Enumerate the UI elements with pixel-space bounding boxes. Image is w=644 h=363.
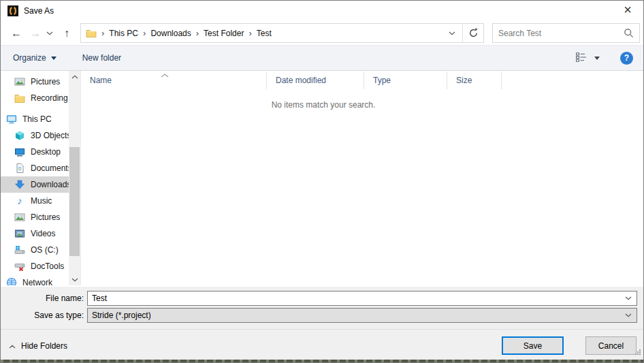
save-button[interactable]: Save — [502, 336, 564, 355]
picture-icon — [14, 76, 25, 87]
monitor-icon — [6, 114, 17, 125]
sidebar-item-pictures[interactable]: Pictures — [1, 209, 69, 225]
column-header-size[interactable]: Size — [447, 72, 502, 89]
save-as-type-chevron-icon[interactable] — [620, 313, 637, 317]
search-box[interactable] — [492, 23, 640, 43]
cancel-button[interactable]: Cancel — [585, 336, 637, 355]
sidebar-item-label: DocTools — [31, 262, 64, 271]
breadcrumb-segment-this-pc[interactable]: This PC — [109, 29, 138, 38]
resize-grip-icon[interactable] — [634, 348, 641, 358]
sidebar-item-downloads[interactable]: Downloads — [1, 176, 69, 193]
drive-error-icon — [14, 261, 25, 272]
empty-message: No items match your search. — [81, 100, 566, 110]
save-as-type-select[interactable]: Stride (*.project) — [87, 308, 637, 323]
back-arrow-icon[interactable]: ← — [9, 27, 24, 40]
scrollbar-thumb[interactable] — [69, 147, 80, 256]
network-icon — [6, 277, 17, 285]
file-list: NameDate modifiedTypeSize No items match… — [80, 71, 643, 285]
save-as-type-value: Stride (*.project) — [88, 311, 620, 320]
file-name-combo[interactable] — [87, 291, 637, 306]
sidebar-item-label: Music — [31, 196, 52, 206]
folder-icon — [86, 29, 97, 38]
sidebar-item-label: This PC — [22, 114, 52, 124]
dialog-body: PicturesRecordingThis PC3D ObjectsDeskto… — [1, 71, 643, 285]
sidebar-item-3d-objects[interactable]: 3D Objects — [1, 127, 69, 144]
breadcrumb-segment-downloads[interactable]: Downloads — [150, 29, 191, 38]
sidebar-item-label: Downloads — [31, 180, 69, 189]
background-app-strip — [1, 360, 643, 362]
column-header-name[interactable]: Name — [81, 72, 267, 89]
navigation-bar: ← → ↑ ›This PC›Downloads›Test Folder›Tes… — [1, 21, 643, 46]
search-icon[interactable] — [624, 28, 634, 38]
sidebar-item-label: Desktop — [31, 147, 61, 157]
sidebar-item-label: Pictures — [31, 77, 60, 86]
breadcrumb: ›This PC›Downloads›Test Folder›Test — [97, 28, 272, 38]
change-view-button[interactable] — [576, 52, 600, 64]
sidebar-item-label: Documents — [31, 163, 69, 173]
up-arrow-icon[interactable]: ↑ — [59, 27, 74, 40]
sidebar-item-label: Recording — [31, 93, 68, 103]
stride-logo-icon — [7, 5, 18, 16]
desktop-icon — [14, 146, 25, 157]
sidebar-item-recording[interactable]: Recording — [1, 90, 69, 106]
sidebar-item-label: 3D Objects — [31, 131, 69, 140]
sidebar-item-label: OS (C:) — [31, 245, 59, 255]
save-as-type-label: Save as type: — [1, 308, 84, 323]
hide-folders-button[interactable]: Hide Folders — [9, 341, 67, 351]
sidebar-item-desktop[interactable]: Desktop — [1, 144, 69, 160]
scroll-down-icon[interactable] — [69, 274, 80, 285]
file-name-chevron-icon[interactable] — [620, 296, 637, 300]
breadcrumb-separator-icon: › — [244, 28, 256, 38]
cube-icon — [14, 130, 25, 141]
sidebar-item-os-c[interactable]: OS (C:) — [1, 242, 69, 258]
organize-label: Organize — [13, 53, 46, 63]
breadcrumb-segment-test-folder[interactable]: Test Folder — [204, 29, 244, 38]
breadcrumb-separator-icon: › — [191, 28, 204, 38]
close-icon[interactable]: × — [612, 1, 643, 21]
sidebar-item-pictures[interactable]: Pictures — [1, 74, 69, 90]
download-arrow-icon — [14, 179, 25, 190]
film-icon — [14, 228, 25, 239]
sidebar-item-network[interactable]: Network — [1, 274, 69, 285]
breadcrumb-separator-icon: › — [97, 28, 109, 38]
picture-icon — [14, 212, 25, 223]
sidebar-item-label: Videos — [31, 229, 55, 238]
sidebar-item-documents[interactable]: Documents — [1, 160, 69, 176]
breadcrumb-separator-icon: › — [138, 28, 150, 38]
sidebar-scrollbar[interactable] — [69, 71, 80, 285]
search-input[interactable] — [493, 29, 624, 38]
help-icon[interactable]: ? — [620, 52, 633, 65]
sort-ascending-icon — [160, 71, 170, 80]
sidebar-item-music[interactable]: ♪Music — [1, 193, 69, 209]
document-icon — [14, 163, 25, 174]
new-folder-button[interactable]: New folder — [77, 50, 127, 66]
address-dropdown-chevron-icon[interactable] — [442, 31, 462, 35]
sidebar-item-label: Pictures — [31, 212, 60, 222]
breadcrumb-segment-test[interactable]: Test — [257, 29, 272, 38]
sidebar-item-videos[interactable]: Videos — [1, 225, 69, 242]
column-header-date-modified[interactable]: Date modified — [267, 72, 364, 89]
file-name-input[interactable] — [88, 294, 620, 303]
details-view-icon — [576, 52, 588, 64]
navigation-pane: PicturesRecordingThis PC3D ObjectsDeskto… — [1, 71, 69, 285]
forward-arrow-icon: → — [28, 27, 43, 40]
bottom-panel: File name: Save as type: Stride (*.proje… — [1, 287, 643, 362]
folder-icon — [14, 93, 25, 104]
new-folder-label: New folder — [82, 53, 121, 63]
view-dropdown-icon — [594, 57, 600, 60]
column-header-type[interactable]: Type — [364, 72, 447, 89]
sidebar-item-this-pc[interactable]: This PC — [1, 111, 69, 127]
sidebar-item-label: Network — [22, 278, 52, 285]
command-toolbar: Organize New folder ? — [1, 46, 643, 71]
scroll-up-icon[interactable] — [69, 71, 80, 82]
refresh-icon[interactable] — [463, 28, 483, 38]
os-drive-icon — [14, 244, 25, 255]
organize-button[interactable]: Organize — [7, 50, 62, 66]
window-title: Save As — [24, 1, 54, 21]
organize-dropdown-icon — [51, 57, 57, 60]
address-bar[interactable]: ›This PC›Downloads›Test Folder›Test — [80, 23, 484, 43]
recent-locations-chevron-icon[interactable] — [44, 31, 55, 35]
hide-folders-label: Hide Folders — [21, 341, 67, 351]
save-as-dialog: Save As × ← → ↑ ›This PC›Downloads›Test … — [0, 0, 644, 363]
sidebar-item-doctools[interactable]: DocTools — [1, 258, 69, 274]
